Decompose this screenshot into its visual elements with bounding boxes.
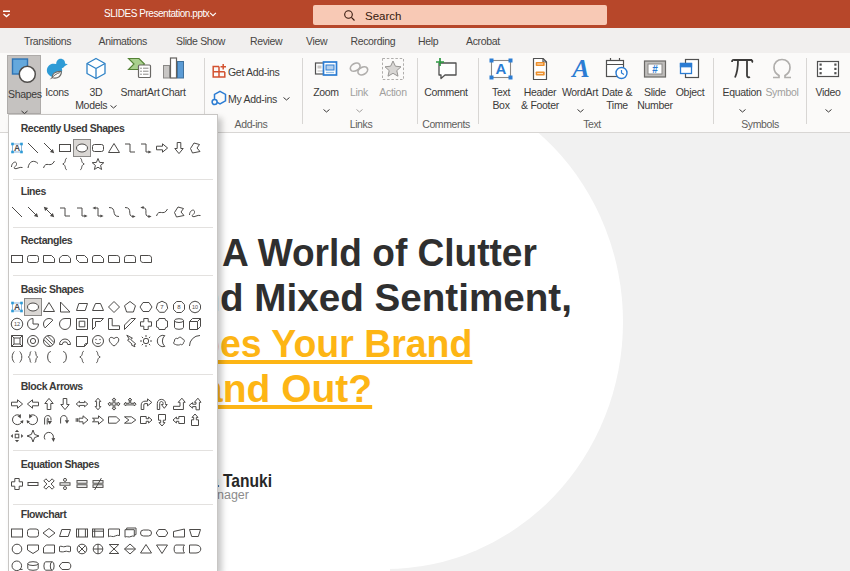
svg-text:A: A	[496, 60, 507, 77]
svg-text:#: #	[652, 64, 658, 75]
svg-text:A: A	[570, 56, 589, 82]
